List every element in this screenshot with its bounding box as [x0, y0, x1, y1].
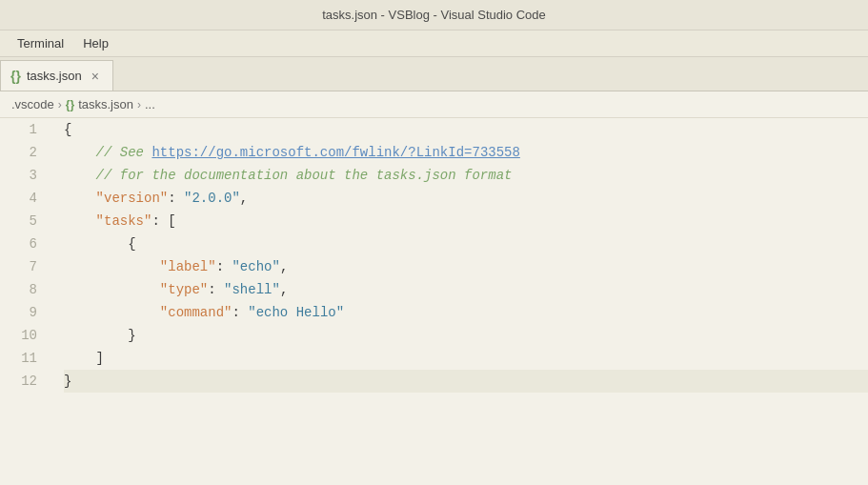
tab-label: tasks.json — [27, 69, 82, 83]
breadcrumb-sep-2: › — [137, 98, 141, 111]
tab-bar: {} tasks.json × — [0, 57, 868, 91]
token: : — [208, 278, 224, 301]
breadcrumb-json-icon: {} — [66, 98, 74, 111]
breadcrumb-ellipsis-label: ... — [145, 97, 155, 111]
code-line-9: "command": "echo Hello" — [64, 301, 868, 324]
token: "version" — [96, 187, 169, 210]
breadcrumb-vscode[interactable]: .vscode — [11, 97, 54, 111]
token: , — [280, 255, 288, 278]
code-line-3: // for the documentation about the tasks… — [64, 164, 868, 187]
menu-help[interactable]: Help — [73, 34, 118, 52]
code-line-6: { — [64, 232, 868, 255]
token: "label" — [160, 255, 216, 278]
token: , — [280, 278, 288, 301]
token: : — [232, 301, 248, 324]
token: "command" — [160, 301, 232, 324]
token: // See — [64, 141, 151, 164]
code-line-11: ] — [64, 347, 868, 370]
token: "shell" — [224, 278, 280, 301]
token: , — [240, 187, 248, 210]
token: : [ — [151, 210, 175, 232]
tab-close-button[interactable]: × — [88, 67, 103, 86]
token: { — [64, 232, 136, 255]
code-line-5: "tasks": [ — [64, 210, 868, 232]
code-line-2: // See https://go.microsoft.com/fwlink/?… — [64, 141, 868, 164]
token: } — [64, 324, 136, 347]
line-number-2: 2 — [8, 141, 45, 164]
breadcrumb-tasks-json[interactable]: {} tasks.json — [66, 97, 133, 111]
editor: 123456789101112 { // See https://go.micr… — [0, 118, 868, 485]
tab-tasks-json[interactable]: {} tasks.json × — [0, 60, 113, 91]
code-line-12: } — [64, 370, 868, 393]
code-line-4: "version": "2.0.0", — [64, 187, 868, 210]
token: { — [64, 118, 71, 141]
token: } — [64, 370, 71, 393]
token: : — [216, 255, 232, 278]
token — [64, 210, 96, 232]
code-line-1: { — [64, 118, 868, 141]
line-number-4: 4 — [8, 187, 45, 210]
token — [64, 278, 160, 301]
code-area[interactable]: { // See https://go.microsoft.com/fwlink… — [56, 118, 868, 485]
line-number-7: 7 — [8, 255, 45, 278]
breadcrumb-tasks-json-label: tasks.json — [78, 97, 133, 111]
token: : — [168, 187, 184, 210]
title-bar-text: tasks.json - VSBlog - Visual Studio Code — [322, 8, 546, 22]
menu-terminal[interactable]: Terminal — [8, 34, 73, 52]
token: ] — [64, 347, 104, 370]
breadcrumb-ellipsis[interactable]: ... — [145, 97, 155, 111]
line-number-8: 8 — [8, 278, 45, 301]
title-bar: tasks.json - VSBlog - Visual Studio Code — [0, 0, 868, 30]
token — [64, 255, 160, 278]
code-line-7: "label": "echo", — [64, 255, 868, 278]
breadcrumb: .vscode › {} tasks.json › ... — [0, 91, 868, 118]
token: "2.0.0" — [184, 187, 240, 210]
breadcrumb-sep-1: › — [58, 98, 62, 111]
tab-icon: {} — [10, 69, 21, 84]
token: "type" — [160, 278, 208, 301]
token: https://go.microsoft.com/fwlink/?LinkId=… — [151, 141, 519, 164]
code-line-8: "type": "shell", — [64, 278, 868, 301]
breadcrumb-vscode-label: .vscode — [11, 97, 54, 111]
line-number-9: 9 — [8, 301, 45, 324]
line-number-6: 6 — [8, 232, 45, 255]
line-number-10: 10 — [8, 324, 45, 347]
line-number-12: 12 — [8, 370, 45, 393]
line-numbers: 123456789101112 — [0, 118, 52, 485]
token — [64, 301, 160, 324]
line-number-5: 5 — [8, 210, 45, 232]
code-line-10: } — [64, 324, 868, 347]
token — [64, 187, 96, 210]
token: "echo" — [232, 255, 279, 278]
token: "echo Hello" — [248, 301, 344, 324]
line-number-1: 1 — [8, 118, 45, 141]
menu-bar: Terminal Help — [0, 30, 868, 57]
line-number-3: 3 — [8, 164, 45, 187]
line-number-11: 11 — [8, 347, 45, 370]
token: // for the documentation about the tasks… — [64, 164, 512, 187]
token: "tasks" — [96, 210, 152, 232]
